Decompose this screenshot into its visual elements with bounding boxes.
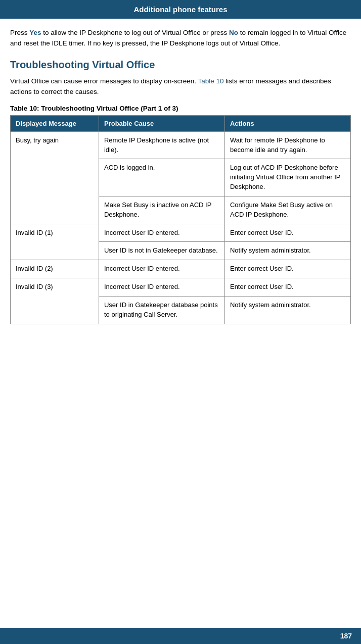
col-header-probable-cause: Probable Cause [99, 115, 224, 131]
cell-probable-cause: Incorrect User ID entered. [99, 278, 224, 296]
troubleshooting-table: Displayed Message Probable Cause Actions… [10, 115, 351, 324]
cell-displayed-message: Invalid ID (3) [11, 278, 99, 324]
col-header-displayed-message: Displayed Message [11, 115, 99, 131]
cell-actions: Log out of ACD IP Deskphone before initi… [224, 159, 350, 196]
table-row: Busy, try again Remote IP Deskphone is a… [11, 131, 351, 159]
cell-probable-cause: Make Set Busy is inactive on ACD IP Desk… [99, 196, 224, 224]
table-title: Table 10: Troubleshooting Virtual Office… [10, 105, 351, 112]
page-number: 187 [340, 632, 352, 640]
section-heading: Troubleshooting Virtual Office [10, 58, 351, 71]
cell-probable-cause: ACD is logged in. [99, 159, 224, 196]
col-header-actions: Actions [224, 115, 350, 131]
section-desc-before-link: Virtual Office can cause error messages … [10, 77, 198, 85]
section-description: Virtual Office can cause error messages … [10, 76, 351, 97]
cell-displayed-message: Invalid ID (1) [11, 224, 99, 260]
cell-actions: Configure Make Set Busy active on ACD IP… [224, 196, 350, 224]
table-row: Invalid ID (2) Incorrect User ID entered… [11, 260, 351, 278]
no-keyword: No [229, 29, 238, 36]
header-title: Additional phone features [133, 5, 227, 14]
cell-probable-cause: Incorrect User ID entered. [99, 260, 224, 278]
cell-actions: Enter correct User ID. [224, 260, 350, 278]
cell-displayed-message: Invalid ID (2) [11, 260, 99, 278]
cell-probable-cause: User ID in Gatekeeper database points to… [99, 296, 224, 324]
cell-actions: Enter correct User ID. [224, 278, 350, 296]
cell-probable-cause: User ID is not in Gatekeeper database. [99, 242, 224, 260]
intro-text-after-yes: to allow the IP Deskphone to log out of … [41, 29, 229, 36]
footer-bar: 187 [0, 628, 361, 644]
cell-actions: Notify system administrator. [224, 296, 350, 324]
cell-displayed-message: Busy, try again [11, 131, 99, 224]
cell-actions: Notify system administrator. [224, 242, 350, 260]
header-bar: Additional phone features [0, 0, 361, 19]
cell-actions: Wait for remote IP Deskphone to become i… [224, 131, 350, 159]
cell-actions: Enter correct User ID. [224, 224, 350, 242]
cell-probable-cause: Incorrect User ID entered. [99, 224, 224, 242]
intro-text-before-yes: Press [10, 29, 29, 36]
main-content: Press Yes to allow the IP Deskphone to l… [0, 19, 361, 334]
table-header-row: Displayed Message Probable Cause Actions [11, 115, 351, 131]
table-row: Invalid ID (1) Incorrect User ID entered… [11, 224, 351, 242]
yes-keyword: Yes [29, 29, 41, 36]
cell-probable-cause: Remote IP Deskphone is active (not idle)… [99, 131, 224, 159]
intro-paragraph: Press Yes to allow the IP Deskphone to l… [10, 28, 351, 49]
table-link[interactable]: Table 10 [198, 77, 223, 85]
table-row: Invalid ID (3) Incorrect User ID entered… [11, 278, 351, 296]
